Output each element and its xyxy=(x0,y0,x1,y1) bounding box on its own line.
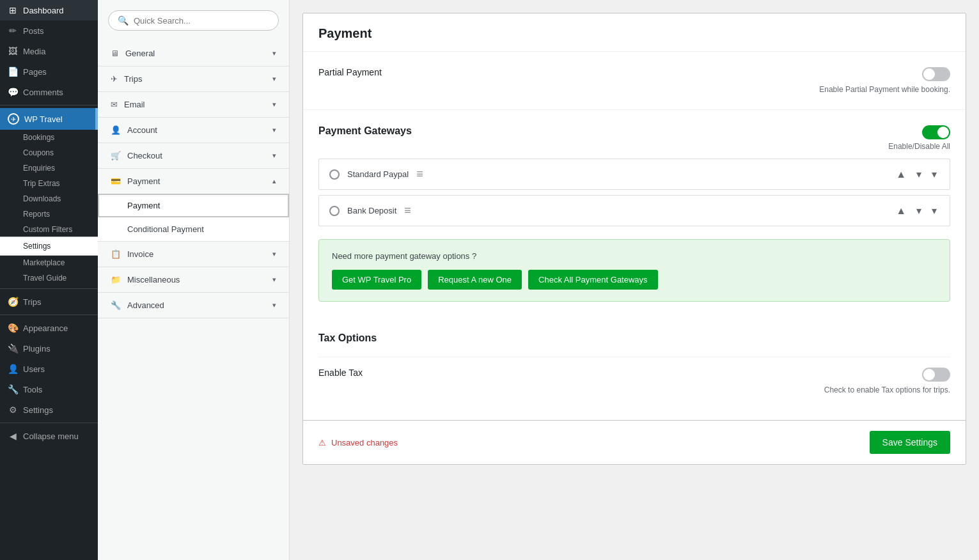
gateway-bank-down[interactable]: ▾ xyxy=(914,203,924,218)
sidebar-item-media[interactable]: 🖼 Media xyxy=(0,41,98,61)
gateway-paypal-lines xyxy=(416,167,423,181)
enable-tax-desc: Check to enable Tax options for trips. xyxy=(824,385,950,394)
warning-icon: ⚠ xyxy=(318,438,326,447)
enable-tax-toggle[interactable] xyxy=(922,368,950,382)
settings-nav: 🔍 🖥 General ▾ ✈ Trips ▾ ✉ Email xyxy=(98,0,290,560)
pages-icon: 📄 xyxy=(8,66,18,77)
sidebar-divider2 xyxy=(0,288,98,289)
sidebar-item-appearance[interactable]: 🎨 Appearance xyxy=(0,318,98,338)
gateway-paypal-down[interactable]: ▾ xyxy=(914,167,924,182)
plugins-icon: 🔌 xyxy=(8,343,18,354)
sidebar-item-dashboard[interactable]: ⊞ Dashboard xyxy=(0,0,98,20)
sidebar-item-settings2[interactable]: ⚙ Settings xyxy=(0,400,98,420)
sidebar-item-comments[interactable]: 💬 Comments xyxy=(0,82,98,102)
sidebar-item-downloads[interactable]: Downloads xyxy=(0,191,98,206)
invoice-chevron: ▾ xyxy=(272,250,276,258)
sidebar-item-marketplace[interactable]: Marketplace xyxy=(0,255,98,270)
gateway-item-bank: Bank Deposit ▲ ▾ ▾ xyxy=(318,195,950,226)
sidebar-item-travel-guide[interactable]: Travel Guide xyxy=(0,270,98,286)
gateway-bank-up[interactable]: ▲ xyxy=(893,204,909,218)
unsaved-label: Unsaved changes xyxy=(331,438,398,447)
nav-section-account: 👤 Account ▾ xyxy=(98,118,289,143)
sidebar-divider4 xyxy=(0,423,98,423)
media-icon: 🖼 xyxy=(8,46,18,56)
partial-payment-toggle[interactable] xyxy=(922,67,950,81)
payment-gateways-title: Payment Gateways xyxy=(318,125,412,137)
gateways-right: Enable/Disable All xyxy=(888,125,950,151)
check-all-button[interactable]: Check All Payment Gateways xyxy=(528,270,658,290)
sidebar-item-trips[interactable]: 🧭 Trips xyxy=(0,292,98,312)
sidebar-item-pages[interactable]: 📄 Pages xyxy=(0,61,98,82)
email-chevron: ▾ xyxy=(272,100,276,109)
nav-section-payment: 💳 Payment ▴ Payment Conditional Payment xyxy=(98,169,289,242)
advanced-icon: 🔧 xyxy=(111,300,121,310)
main-content: Payment Partial Payment Enable Partial P… xyxy=(290,0,979,560)
general-chevron: ▾ xyxy=(272,49,276,58)
gateway-paypal-radio[interactable] xyxy=(329,169,340,180)
sidebar-item-reports[interactable]: Reports xyxy=(0,206,98,222)
search-bar-wrap: 🔍 xyxy=(98,10,289,41)
request-new-button[interactable]: Request A new One xyxy=(428,270,522,290)
nav-section-checkout-header[interactable]: 🛒 Checkout ▾ xyxy=(98,143,289,168)
partial-payment-slider xyxy=(922,67,950,81)
sidebar-divider3 xyxy=(0,315,98,315)
partial-payment-desc: Enable Partial Payment while booking. xyxy=(819,85,950,94)
enable-tax-label: Enable Tax xyxy=(318,368,363,378)
partial-payment-right: Enable Partial Payment while booking. xyxy=(819,67,950,94)
payment-sub-items: Payment Conditional Payment xyxy=(98,194,289,241)
sidebar-item-bookings[interactable]: Bookings xyxy=(0,130,98,145)
comments-icon: 💬 xyxy=(8,87,18,97)
general-icon: 🖥 xyxy=(111,49,119,58)
invoice-icon: 📋 xyxy=(111,249,121,259)
gateway-paypal-expand[interactable]: ▾ xyxy=(929,167,939,182)
sidebar-item-coupons[interactable]: Coupons xyxy=(0,145,98,160)
search-icon: 🔍 xyxy=(118,15,129,26)
checkout-chevron: ▾ xyxy=(272,152,276,160)
save-settings-button[interactable]: Save Settings xyxy=(870,431,950,454)
trips-chevron: ▾ xyxy=(272,75,276,83)
wp-sidebar: ⊞ Dashboard ✏ Posts 🖼 Media 📄 Pages 💬 Co… xyxy=(0,0,98,560)
appearance-icon: 🎨 xyxy=(8,323,18,333)
sidebar-item-enquiries[interactable]: Enquiries xyxy=(0,160,98,176)
search-bar: 🔍 xyxy=(108,10,279,31)
nav-section-account-header[interactable]: 👤 Account ▾ xyxy=(98,118,289,143)
nav-section-payment-header[interactable]: 💳 Payment ▴ xyxy=(98,169,289,194)
nav-sub-conditional-payment[interactable]: Conditional Payment xyxy=(98,217,289,241)
sidebar-item-trip-extras[interactable]: Trip Extras xyxy=(0,176,98,191)
nav-section-miscellaneous-header[interactable]: 📁 Miscellaneous ▾ xyxy=(98,267,289,292)
gateway-bank-radio[interactable] xyxy=(329,206,340,216)
search-input[interactable] xyxy=(134,16,269,26)
trips-icon: 🧭 xyxy=(8,297,18,307)
sidebar-item-tools[interactable]: 🔧 Tools xyxy=(0,379,98,400)
sidebar-item-wp-travel[interactable]: ✈ WP Travel xyxy=(0,108,98,130)
sidebar-item-users[interactable]: 👤 Users xyxy=(0,359,98,379)
gateway-bank-expand[interactable]: ▾ xyxy=(929,203,939,218)
all-gateways-toggle[interactable] xyxy=(922,125,950,139)
payment-content-box: Payment Partial Payment Enable Partial P… xyxy=(302,13,966,465)
nav-section-general-header[interactable]: 🖥 General ▾ xyxy=(98,41,289,66)
enable-tax-row: Enable Tax Check to enable Tax options f… xyxy=(318,357,950,405)
nav-sub-payment[interactable]: Payment xyxy=(98,194,289,217)
gateway-item-paypal: Standard Paypal ▲ ▾ ▾ xyxy=(318,159,950,190)
sidebar-item-custom-filters[interactable]: Custom Filters xyxy=(0,222,98,237)
more-gateways-text: Need more payment gateway options ? xyxy=(332,251,937,261)
get-pro-button[interactable]: Get WP Travel Pro xyxy=(332,270,421,290)
nav-section-trips-header[interactable]: ✈ Trips ▾ xyxy=(98,66,289,91)
payment-gateways-title-row: Payment Gateways Enable/Disable All xyxy=(303,110,966,159)
nav-section-email-header[interactable]: ✉ Email ▾ xyxy=(98,92,289,117)
sidebar-item-settings[interactable]: Settings xyxy=(0,237,98,255)
gateway-paypal-right: ▲ ▾ ▾ xyxy=(893,167,939,182)
sidebar-item-collapse[interactable]: ◀ Collapse menu xyxy=(0,426,98,446)
payment-chevron: ▴ xyxy=(272,177,276,185)
sidebar-item-posts[interactable]: ✏ Posts xyxy=(0,20,98,41)
all-gateways-slider xyxy=(922,125,950,139)
nav-section-miscellaneous: 📁 Miscellaneous ▾ xyxy=(98,267,289,293)
nav-section-advanced-header[interactable]: 🔧 Advanced ▾ xyxy=(98,293,289,318)
nav-section-invoice-header[interactable]: 📋 Invoice ▾ xyxy=(98,242,289,267)
nav-section-checkout: 🛒 Checkout ▾ xyxy=(98,143,289,169)
gateway-paypal-up[interactable]: ▲ xyxy=(893,167,909,182)
posts-icon: ✏ xyxy=(8,26,18,36)
tax-options-section: Tax Options Enable Tax Check to enable T… xyxy=(303,317,966,420)
partial-payment-row: Partial Payment Enable Partial Payment w… xyxy=(303,52,966,110)
sidebar-item-plugins[interactable]: 🔌 Plugins xyxy=(0,338,98,359)
